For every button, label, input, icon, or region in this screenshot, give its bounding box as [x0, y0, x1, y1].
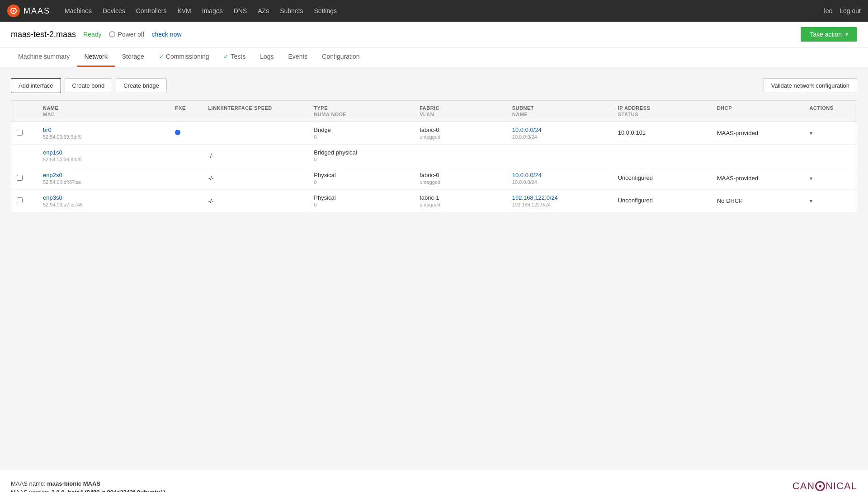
row-checkbox[interactable] — [17, 175, 23, 181]
status-badge: Ready — [83, 31, 101, 38]
nav-images[interactable]: Images — [202, 7, 223, 14]
maas-version-info: MAAS version: 2.8.0–beta4 (8489-g.894a32… — [11, 489, 793, 492]
footer-bottom: MAAS name: maas-bionic MAAS MAAS version… — [11, 480, 857, 492]
cell-link-speed: -/- — [203, 145, 308, 167]
interface-type: Physical — [314, 194, 409, 201]
power-label: Power off — [118, 31, 145, 38]
cell-name: enp3s052:54:00:a7:ac:46 — [38, 190, 170, 212]
cell-name: enp1s052:54:00:39:9d:f9 — [38, 145, 170, 167]
interface-mac: 52:54:00:39:9d:f9 — [43, 134, 164, 140]
th-fabric: FABRIC VLAN — [414, 101, 507, 122]
maas-version-value: 2.8.0–beta4 (8489-g.894a3243f-0ubuntu1) — [52, 489, 165, 492]
nav-azs[interactable]: AZs — [258, 7, 269, 14]
create-bond-button[interactable]: Create bond — [65, 78, 113, 93]
cell-name: enp2s052:54:00:df:87:ac — [38, 167, 170, 190]
commissioning-check-icon: ✓ — [159, 53, 164, 60]
take-action-label: Take action — [810, 31, 842, 38]
row-checkbox[interactable] — [17, 130, 23, 136]
expand-row-button[interactable]: ▾ — [810, 175, 812, 182]
ip-address-value: 10.0.0.101 — [618, 129, 706, 136]
cell-fabric: fabric-0untagged — [414, 122, 507, 145]
numa-node: 0 — [314, 179, 409, 185]
cell-ip-address: Unconfigured — [613, 167, 712, 190]
canonical-text-1: CAN — [793, 480, 815, 492]
cell-type: Bridge0 — [308, 122, 414, 145]
subnet-value: 192.168.122.0/24 — [512, 194, 607, 201]
numa-node: 0 — [314, 202, 409, 207]
check-now-link[interactable]: check now — [151, 31, 181, 38]
interface-mac: 52:54:00:df:87:ac — [43, 179, 164, 185]
tab-configuration[interactable]: Configuration — [315, 47, 367, 67]
tab-events[interactable]: Events — [281, 47, 315, 67]
add-interface-button[interactable]: Add interface — [11, 78, 61, 93]
table-row: enp1s052:54:00:39:9d:f9-/-Bridged physic… — [11, 145, 857, 167]
nav-settings[interactable]: Settings — [314, 7, 337, 14]
cell-pxe — [170, 167, 203, 190]
cell-actions: ▾ — [804, 167, 857, 190]
th-actions: ACTIONS — [804, 101, 857, 122]
cell-subnet: 10.0.0.0/2410.0.0.0/24 — [507, 167, 613, 190]
interface-name[interactable]: br0 — [43, 127, 164, 133]
take-action-button[interactable]: Take action ▾ — [801, 27, 857, 42]
canonical-logo: CAN NICAL — [793, 480, 857, 492]
expand-row-button[interactable]: ▾ — [810, 130, 812, 136]
cell-actions: ▾ — [804, 190, 857, 212]
validate-button[interactable]: Validate network configuration — [764, 78, 857, 93]
create-bridge-button[interactable]: Create bridge — [116, 78, 167, 93]
main-content: Add interface Create bond Create bridge … — [0, 67, 868, 469]
pxe-indicator — [175, 130, 180, 135]
nav-controllers[interactable]: Controllers — [136, 7, 167, 14]
logo-text: MAAS — [24, 6, 50, 16]
nav-devices[interactable]: Devices — [103, 7, 125, 14]
nav-dns[interactable]: DNS — [234, 7, 247, 14]
svg-point-1 — [13, 10, 14, 12]
tab-machine-summary[interactable]: Machine summary — [11, 47, 77, 67]
logout-link[interactable]: Log out — [840, 7, 861, 14]
th-type: TYPE NUMA NODE — [308, 101, 414, 122]
cell-fabric: fabric-1untagged — [414, 190, 507, 212]
subnet-value: 10.0.0.0/24 — [512, 127, 607, 133]
canonical-inner-dot — [819, 485, 821, 487]
tab-logs[interactable]: Logs — [253, 47, 281, 67]
cell-subnet: 10.0.0.0/2410.0.0.0/24 — [507, 122, 613, 145]
th-dhcp: DHCP — [712, 101, 804, 122]
logo[interactable]: MAAS — [7, 5, 50, 17]
interface-type: Physical — [314, 172, 409, 178]
cell-type: Physical0 — [308, 167, 414, 190]
cell-fabric: fabric-0untagged — [414, 167, 507, 190]
subnet-name: 192.168.122.0/24 — [512, 202, 607, 207]
th-subnet: SUBNET NAME — [507, 101, 613, 122]
interface-mac: 52:54:00:a7:ac:46 — [43, 202, 164, 207]
nav-machines[interactable]: Machines — [65, 7, 92, 14]
canonical-text-2: NICAL — [826, 480, 857, 492]
cell-link-speed: -/- — [203, 190, 308, 212]
cell-link-speed: -/- — [203, 167, 308, 190]
maas-name-value: maas-bionic MAAS — [47, 480, 100, 487]
cell-dhcp: MAAS-provided — [712, 122, 804, 145]
logo-circle — [7, 5, 20, 17]
nav-kvm[interactable]: KVM — [177, 7, 191, 14]
fabric-name: fabric-0 — [420, 127, 501, 133]
row-checkbox[interactable] — [17, 197, 23, 203]
header-bar: maas-test-2.maas Ready Power off check n… — [0, 22, 868, 47]
cell-dhcp: No DHCP — [712, 190, 804, 212]
tab-network[interactable]: Network — [77, 47, 114, 67]
user-link[interactable]: lee — [824, 7, 833, 14]
nav-subnets[interactable]: Subnets — [280, 7, 303, 14]
ip-address-value: Unconfigured — [618, 174, 706, 181]
cell-pxe — [170, 122, 203, 145]
maas-name-info: MAAS name: maas-bionic MAAS — [11, 480, 793, 487]
tab-commissioning[interactable]: ✓Commissioning — [151, 47, 217, 67]
interface-name[interactable]: enp1s0 — [43, 149, 164, 156]
interface-name[interactable]: enp2s0 — [43, 172, 164, 178]
footer: MAAS name: maas-bionic MAAS MAAS version… — [0, 469, 868, 492]
expand-row-button[interactable]: ▾ — [810, 198, 812, 204]
tab-tests[interactable]: ✓Tests — [216, 47, 253, 67]
vlan-name: untagged — [420, 134, 501, 140]
subnet-name: 10.0.0.0/24 — [512, 134, 607, 140]
cell-dhcp — [712, 145, 804, 167]
tab-storage[interactable]: Storage — [115, 47, 151, 67]
th-link-speed: LINK/INTERFACE SPEED — [203, 101, 308, 122]
tests-check-icon: ✓ — [223, 53, 229, 60]
interface-name[interactable]: enp3s0 — [43, 194, 164, 201]
